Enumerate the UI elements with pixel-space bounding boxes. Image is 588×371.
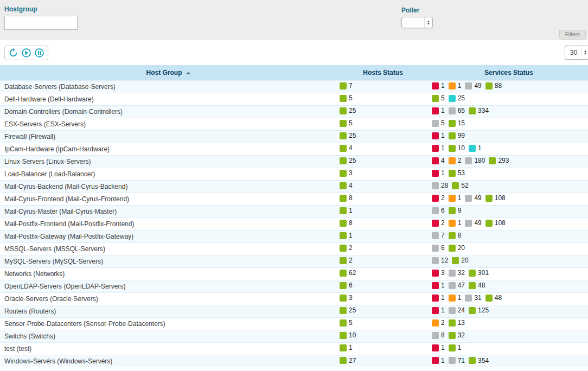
ok-status-icon [340, 95, 347, 102]
status-badge-unknown[interactable]: 49 [465, 82, 481, 89]
status-badge-unknown[interactable]: 28 [432, 182, 448, 189]
page-size-select[interactable]: 30 ▲▼ [565, 46, 588, 60]
critical-status-icon [432, 107, 439, 114]
status-badge-warning[interactable]: 1 [449, 294, 462, 302]
status-badge-critical[interactable]: 1 [432, 357, 445, 364]
status-badge-unknown[interactable]: 32 [449, 269, 465, 277]
status-badge-ok[interactable]: 301 [469, 269, 489, 277]
status-badge-ok[interactable]: 48 [485, 294, 502, 302]
status-badge-ok[interactable]: 9 [449, 207, 462, 214]
status-badge-warning[interactable]: 1 [449, 194, 462, 202]
status-badge-ok[interactable]: 334 [469, 107, 489, 114]
status-badge-critical[interactable]: 1 [432, 132, 445, 139]
status-badge-ok[interactable]: 25 [340, 107, 356, 114]
status-badge-ok[interactable]: 99 [449, 132, 465, 139]
status-badge-ok[interactable]: 10 [449, 144, 465, 152]
status-badge-critical[interactable]: 1 [432, 144, 445, 152]
status-badge-critical[interactable]: 3 [432, 269, 445, 277]
status-badge-ok[interactable]: 15 [449, 119, 465, 127]
status-badge-ok[interactable]: 20 [452, 257, 468, 264]
status-badge-pending[interactable]: 1 [469, 144, 482, 152]
status-badge-critical[interactable]: 1 [432, 169, 445, 177]
status-badge-ok[interactable]: 53 [449, 169, 465, 177]
status-badge-critical[interactable]: 1 [432, 107, 445, 114]
status-badge-ok[interactable]: 13 [449, 319, 465, 327]
status-badge-unknown[interactable]: 7 [432, 232, 445, 239]
status-badge-warning[interactable]: 2 [432, 319, 445, 327]
status-badge-critical[interactable]: 1 [432, 306, 445, 314]
status-badge-critical[interactable]: 1 [432, 294, 445, 302]
column-host-group[interactable]: Host Group [0, 65, 336, 80]
status-badge-ok[interactable]: 125 [469, 306, 489, 314]
status-badge-ok[interactable]: 5 [340, 94, 353, 102]
refresh-icon[interactable] [9, 48, 18, 57]
status-badge-ok[interactable]: 52 [452, 182, 468, 189]
status-badge-ok[interactable]: 4 [340, 144, 353, 152]
status-badge-ok[interactable]: 8 [340, 219, 353, 227]
status-badge-ok[interactable]: 88 [485, 82, 502, 89]
status-badge-unknown[interactable]: 31 [465, 294, 481, 302]
status-badge-ok[interactable]: 32 [449, 331, 465, 339]
status-badge-critical[interactable]: 1 [432, 344, 445, 351]
pending-status-icon [469, 145, 476, 152]
status-badge-critical[interactable]: 2 [432, 194, 445, 202]
status-badge-critical[interactable]: 1 [432, 82, 445, 89]
status-badge-ok[interactable]: 354 [469, 357, 489, 364]
status-badge-unknown[interactable]: 24 [449, 306, 465, 314]
status-badge-unknown[interactable]: 6 [432, 207, 445, 214]
column-hosts-status[interactable]: Hosts Status [336, 65, 430, 80]
status-badge-ok[interactable]: 20 [449, 244, 465, 252]
services-status-cell: 14748 [430, 280, 588, 292]
status-badge-ok[interactable]: 6 [340, 282, 353, 289]
status-badge-ok[interactable]: 293 [489, 157, 509, 164]
status-badge-unknown[interactable]: 65 [449, 107, 465, 114]
status-badge-unknown[interactable]: 8 [432, 331, 445, 339]
status-badge-critical[interactable]: 2 [432, 219, 445, 227]
status-badge-ok[interactable]: 3 [340, 169, 353, 177]
status-badge-critical[interactable]: 1 [432, 282, 445, 289]
status-badge-unknown[interactable]: 12 [432, 257, 448, 264]
status-badge-ok[interactable]: 108 [485, 219, 506, 227]
status-badge-ok[interactable]: 8 [340, 194, 353, 202]
status-badge-ok[interactable]: 27 [340, 357, 356, 364]
status-badge-ok[interactable]: 25 [340, 306, 356, 314]
poller-select[interactable]: ▲▼ [401, 17, 433, 28]
hostgroup-input[interactable] [4, 16, 78, 30]
play-icon[interactable] [22, 48, 31, 57]
status-badge-unknown[interactable]: 5 [432, 119, 445, 127]
status-badge-unknown[interactable]: 47 [449, 282, 465, 289]
status-badge-unknown[interactable]: 180 [465, 157, 485, 164]
status-badge-ok[interactable]: 3 [340, 294, 353, 302]
status-badge-ok[interactable]: 5 [432, 94, 445, 102]
pause-icon[interactable] [35, 48, 44, 57]
filters-tab[interactable]: Filters [559, 30, 586, 40]
status-badge-ok[interactable]: 1 [340, 232, 353, 239]
status-badge-ok[interactable]: 25 [340, 157, 356, 164]
status-badge-ok[interactable]: 5 [340, 319, 353, 327]
status-badge-pending[interactable]: 25 [449, 94, 465, 102]
status-badge-ok[interactable]: 7 [340, 82, 353, 89]
status-badge-warning[interactable]: 1 [449, 219, 462, 227]
status-badge-ok[interactable]: 108 [485, 194, 506, 202]
status-badge-ok[interactable]: 1 [449, 344, 462, 351]
status-badge-ok[interactable]: 1 [340, 344, 353, 351]
status-badge-warning[interactable]: 2 [449, 157, 462, 164]
status-badge-ok[interactable]: 48 [469, 282, 485, 289]
status-badge-ok[interactable]: 1 [340, 207, 353, 214]
status-badge-unknown[interactable]: 49 [465, 194, 481, 202]
status-badge-unknown[interactable]: 71 [449, 357, 465, 364]
status-badge-ok[interactable]: 5 [340, 119, 353, 127]
column-services-status[interactable]: Services Status [430, 65, 588, 80]
status-badge-ok[interactable]: 2 [340, 244, 353, 252]
status-badge-ok[interactable]: 4 [340, 182, 353, 189]
status-badge-critical[interactable]: 4 [432, 157, 445, 164]
status-badge-unknown[interactable]: 6 [432, 244, 445, 252]
status-badge-ok[interactable]: 8 [449, 232, 462, 239]
status-badge-warning[interactable]: 1 [449, 82, 462, 89]
status-badge-unknown[interactable]: 49 [465, 219, 481, 227]
status-badge-ok[interactable]: 25 [340, 132, 356, 139]
status-badge-ok[interactable]: 2 [340, 257, 353, 264]
status-badge-ok[interactable]: 10 [340, 331, 356, 339]
status-badge-ok[interactable]: 62 [340, 269, 356, 277]
poller-filter: Poller ▲▼ [401, 7, 433, 28]
